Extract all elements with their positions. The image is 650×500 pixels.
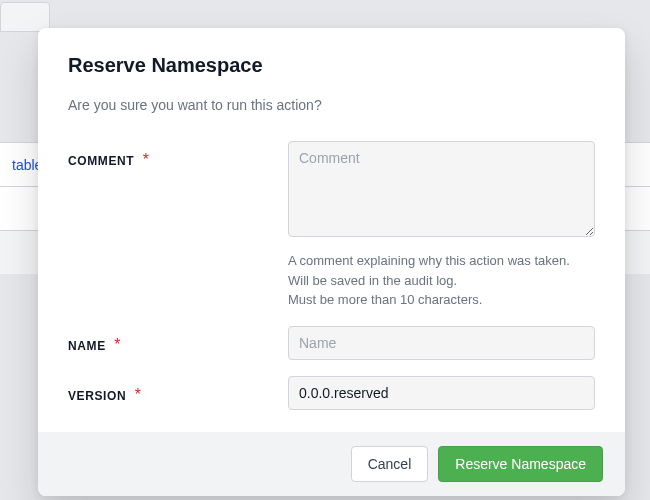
reserve-namespace-modal: Reserve Namespace Are you sure you want … (38, 28, 625, 496)
form-row-version: VERSION * (68, 376, 595, 410)
help-line: Will be saved in the audit log. (288, 271, 595, 291)
modal-body: Reserve Namespace Are you sure you want … (38, 28, 625, 432)
form-label-col: NAME * (68, 326, 288, 354)
form-field-col (288, 376, 595, 410)
version-label: VERSION (68, 389, 126, 403)
form-label-col: COMMENT * (68, 141, 288, 169)
comment-help: A comment explaining why this action was… (288, 251, 595, 310)
form-field-col: A comment explaining why this action was… (288, 141, 595, 310)
required-mark: * (143, 151, 149, 168)
version-input[interactable] (288, 376, 595, 410)
form-label-col: VERSION * (68, 376, 288, 404)
form-row-comment: COMMENT * A comment explaining why this … (68, 141, 595, 310)
help-line: Must be more than 10 characters. (288, 290, 595, 310)
modal-overlay: Reserve Namespace Are you sure you want … (0, 0, 650, 500)
help-line: A comment explaining why this action was… (288, 251, 595, 271)
form-row-name: NAME * (68, 326, 595, 360)
reserve-namespace-button[interactable]: Reserve Namespace (438, 446, 603, 482)
name-input[interactable] (288, 326, 595, 360)
required-mark: * (114, 336, 120, 353)
form-field-col (288, 326, 595, 360)
modal-footer: Cancel Reserve Namespace (38, 432, 625, 496)
cancel-button[interactable]: Cancel (351, 446, 429, 482)
required-mark: * (135, 386, 141, 403)
comment-label: COMMENT (68, 154, 134, 168)
modal-title: Reserve Namespace (68, 54, 595, 77)
modal-subtitle: Are you sure you want to run this action… (68, 97, 595, 113)
comment-input[interactable] (288, 141, 595, 237)
name-label: NAME (68, 339, 106, 353)
